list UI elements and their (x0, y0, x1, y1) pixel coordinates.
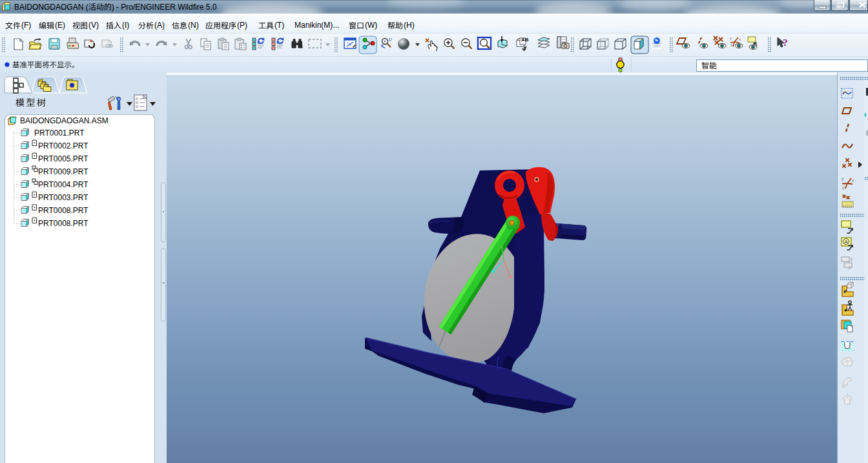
svg-text:?: ? (783, 37, 788, 48)
svg-text:A: A (845, 239, 849, 245)
svg-text:x: x (739, 37, 741, 41)
svg-text:z: z (842, 185, 845, 190)
svg-text:x: x (852, 178, 854, 183)
svg-text:z: z (730, 43, 732, 47)
svg-text:y: y (842, 176, 844, 181)
svg-text:y: y (730, 36, 732, 40)
svg-text:AB: AB (521, 37, 529, 43)
